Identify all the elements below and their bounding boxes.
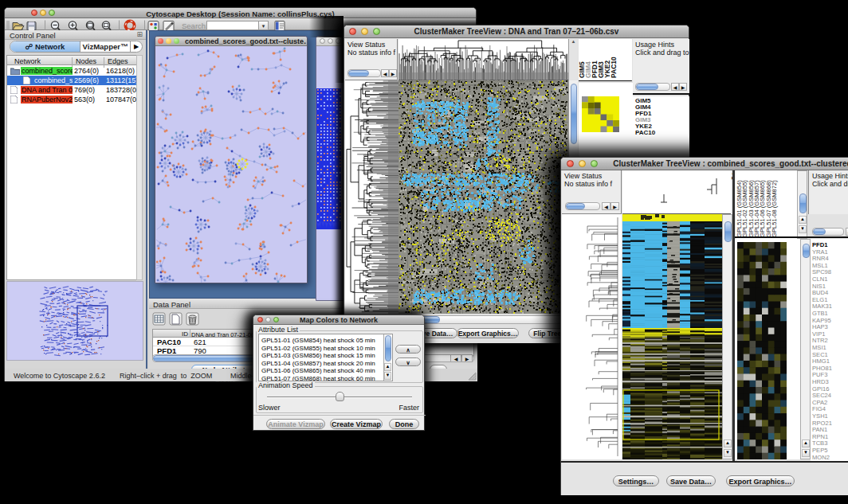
svg-text:GPL51-08 (GSM872): GPL51-08 (GSM872) xyxy=(771,180,778,237)
svg-text:MON2: MON2 xyxy=(812,454,830,461)
svg-text:PAC10: PAC10 xyxy=(610,57,618,78)
